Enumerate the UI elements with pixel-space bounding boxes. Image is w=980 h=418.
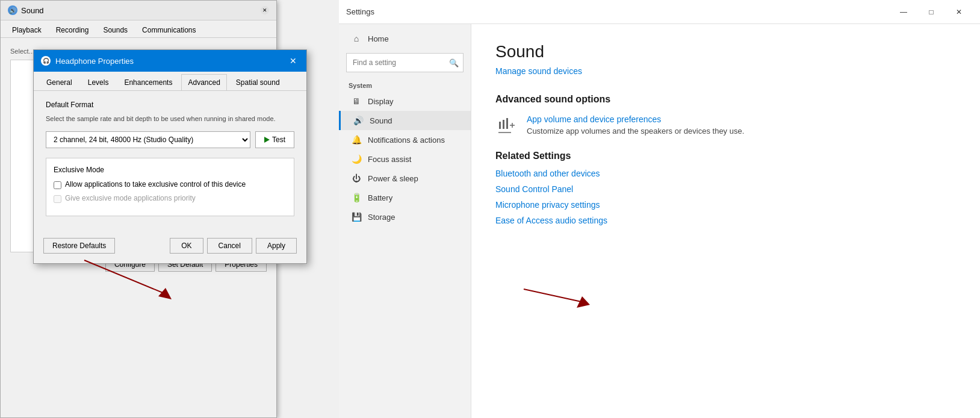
- settings-minimize-button[interactable]: —: [890, 0, 917, 24]
- sound-icon: 🔊: [353, 116, 364, 125]
- format-row: 2 channel, 24 bit, 48000 Hz (Studio Qual…: [46, 131, 294, 148]
- headphone-dialog-icon: 🎧: [41, 56, 51, 66]
- battery-label: Battery: [368, 193, 392, 202]
- sidebar-item-storage[interactable]: 💾 Storage: [339, 207, 471, 226]
- power-icon: ⏻: [351, 173, 362, 183]
- sound-dialog-title: Sound: [21, 6, 44, 15]
- apply-button[interactable]: Apply: [256, 238, 297, 254]
- format-select[interactable]: 2 channel, 24 bit, 48000 Hz (Studio Qual…: [46, 131, 250, 148]
- tab-general[interactable]: General: [40, 74, 79, 90]
- settings-title: Settings: [346, 7, 374, 16]
- sound-dialog-icon: 🔊: [8, 5, 17, 15]
- system-section-label: System: [339, 77, 471, 92]
- sidebar-item-home[interactable]: ⌂ Home: [339, 29, 471, 48]
- tab-sounds[interactable]: Sounds: [96, 23, 134, 37]
- headphone-dialog-title: Headphone Properties: [55, 57, 134, 66]
- manage-sound-devices-link[interactable]: Manage sound devices: [495, 66, 956, 76]
- headphone-content: Default Format Select the sample rate an…: [34, 91, 306, 233]
- tab-playback[interactable]: Playback: [5, 23, 48, 37]
- settings-body: ⌂ Home 🔍 System 🖥 Display 🔊 Sound 🔔 Noti: [339, 24, 980, 418]
- test-button-label: Test: [272, 136, 285, 144]
- sidebar-search-box: 🔍: [346, 53, 464, 72]
- headphone-close-button[interactable]: ✕: [287, 55, 299, 67]
- ease-of-access-link[interactable]: Ease of Access audio settings: [495, 216, 956, 225]
- tab-advanced[interactable]: Advanced: [181, 74, 226, 90]
- exclusive-mode-title: Exclusive Mode: [54, 166, 287, 174]
- sound-dialog-titlebar: 🔊 Sound ✕: [1, 1, 276, 20]
- sound-close-button[interactable]: ✕: [261, 6, 269, 14]
- sidebar-item-sound[interactable]: 🔊 Sound: [339, 111, 471, 130]
- settings-maximize-button[interactable]: □: [917, 0, 945, 24]
- notifications-label: Notifications & actions: [368, 136, 445, 145]
- settings-win-controls: — □ ✕: [890, 0, 973, 24]
- sidebar-home-label: Home: [368, 34, 389, 43]
- tab-communications[interactable]: Communications: [135, 23, 202, 37]
- default-format-title: Default Format: [46, 101, 294, 109]
- ok-button[interactable]: OK: [170, 238, 203, 254]
- sidebar-item-focus[interactable]: 🌙 Focus assist: [339, 149, 471, 169]
- storage-icon: 💾: [351, 212, 362, 222]
- app-volume-desc: Customize app volumes and the speakers o…: [527, 126, 744, 136]
- sidebar-item-display[interactable]: 🖥 Display: [339, 92, 471, 111]
- search-icon: 🔍: [449, 58, 459, 67]
- microphone-privacy-link[interactable]: Microphone privacy settings: [495, 200, 956, 210]
- restore-defaults-button[interactable]: Restore Defaults: [43, 238, 115, 254]
- tab-spatial-sound[interactable]: Spatial sound: [229, 74, 287, 90]
- test-button[interactable]: Test: [255, 131, 294, 148]
- battery-icon: 🔋: [351, 193, 362, 202]
- exclusive-priority-row: Give exclusive mode applications priorit…: [54, 194, 287, 204]
- settings-window: Settings — □ ✕ ⌂ Home 🔍 System 🖥: [339, 0, 980, 418]
- cancel-button[interactable]: Cancel: [207, 238, 252, 254]
- app-volume-link[interactable]: App volume and device preferences: [527, 114, 744, 124]
- settings-titlebar: Settings — □ ✕: [339, 0, 980, 24]
- settings-main: Sound Manage sound devices Advanced soun…: [471, 24, 980, 418]
- exclusive-control-checkbox[interactable]: [54, 181, 61, 189]
- focus-label: Focus assist: [368, 155, 411, 164]
- tab-enhancements[interactable]: Enhancements: [117, 74, 179, 90]
- svg-rect-6: [506, 118, 508, 129]
- related-settings-section: Related Settings Bluetooth and other dev…: [495, 151, 956, 225]
- exclusive-priority-label: Give exclusive mode applications priorit…: [65, 194, 196, 204]
- search-input[interactable]: [346, 53, 464, 72]
- tab-recording[interactable]: Recording: [49, 23, 96, 37]
- page-title: Sound: [495, 42, 956, 61]
- display-label: Display: [368, 97, 394, 106]
- settings-close-button[interactable]: ✕: [945, 0, 973, 24]
- tab-levels[interactable]: Levels: [81, 74, 116, 90]
- power-label: Power & sleep: [368, 174, 418, 183]
- exclusive-control-label: Allow applications to take exclusive con…: [65, 180, 246, 190]
- advanced-sound-heading: Advanced sound options: [495, 94, 956, 105]
- sound-dialog-controls: ✕: [261, 6, 269, 14]
- sound-control-panel-link[interactable]: Sound Control Panel: [495, 184, 956, 194]
- storage-label: Storage: [368, 213, 395, 222]
- svg-rect-5: [503, 120, 504, 129]
- exclusive-control-row: Allow applications to take exclusive con…: [54, 180, 287, 190]
- related-settings-heading: Related Settings: [495, 151, 956, 161]
- app-volume-option: App volume and device preferences Custom…: [495, 114, 956, 136]
- focus-icon: 🌙: [351, 154, 362, 164]
- exclusive-mode-section: Exclusive Mode Allow applications to tak…: [46, 158, 294, 216]
- app-volume-icon: [495, 114, 517, 136]
- exclusive-priority-checkbox[interactable]: [54, 195, 61, 203]
- sound-dialog-tabs: Playback Recording Sounds Communications: [1, 20, 276, 38]
- svg-rect-4: [499, 122, 501, 129]
- headphone-properties-dialog: 🎧 Headphone Properties ✕ General Levels …: [33, 49, 307, 264]
- sound-label: Sound: [370, 116, 392, 125]
- sidebar-item-power[interactable]: ⏻ Power & sleep: [339, 169, 471, 188]
- display-icon: 🖥: [351, 96, 362, 106]
- default-format-desc: Select the sample rate and bit depth to …: [46, 114, 294, 124]
- sidebar-item-battery[interactable]: 🔋 Battery: [339, 188, 471, 207]
- headphone-titlebar: 🎧 Headphone Properties ✕: [34, 50, 306, 72]
- sidebar-item-notifications[interactable]: 🔔 Notifications & actions: [339, 130, 471, 149]
- play-icon: [264, 137, 270, 143]
- notifications-icon: 🔔: [351, 135, 362, 145]
- settings-sidebar: ⌂ Home 🔍 System 🖥 Display 🔊 Sound 🔔 Noti: [339, 24, 471, 418]
- home-icon: ⌂: [351, 34, 362, 43]
- action-buttons-group: OK Cancel Apply: [170, 238, 297, 254]
- headphone-tabs: General Levels Enhancements Advanced Spa…: [34, 72, 306, 91]
- bluetooth-link[interactable]: Bluetooth and other devices: [495, 169, 956, 178]
- headphone-bottom-buttons: Restore Defaults OK Cancel Apply: [34, 233, 306, 263]
- app-volume-text: App volume and device preferences Custom…: [527, 114, 744, 136]
